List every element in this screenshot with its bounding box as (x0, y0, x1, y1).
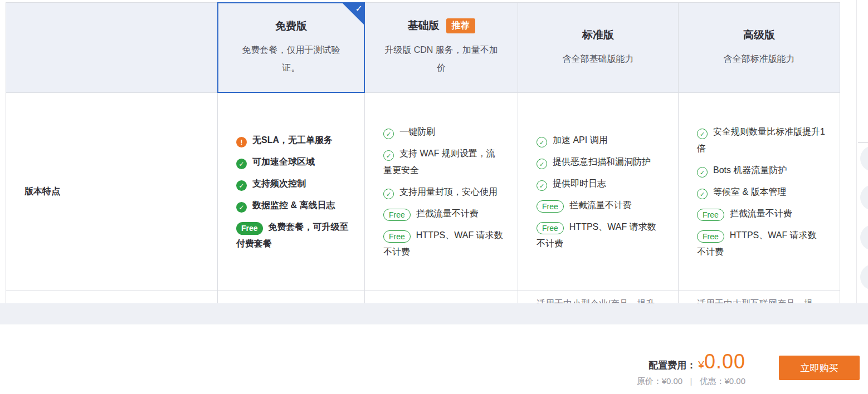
floating-action-button[interactable] (860, 225, 868, 250)
free-badge: Free (383, 230, 411, 243)
free-badge: Free (537, 222, 564, 234)
plan-features-standard: ✓加速 API 调用✓提供恶意扫描和漏洞防护✓提供即时日志Free拦截流量不计费… (518, 93, 679, 291)
check-outline-icon: ✓ (537, 159, 547, 169)
table-corner-cell (6, 3, 218, 93)
plan-name: 高级版 (743, 28, 775, 42)
feature-item: !无SLA，无工单服务 (236, 132, 350, 149)
section-separator-band (0, 303, 868, 324)
plan-name: 标准版 (582, 28, 614, 42)
row-label-features: 版本特点 (6, 93, 218, 291)
original-price: 原价：¥0.00 (637, 376, 683, 386)
feature-text: 提供即时日志 (553, 179, 606, 188)
feature-item: ✓等候室 & 版本管理 (697, 184, 825, 200)
free-badge: Free (697, 230, 724, 243)
feature-item: ✓支持频次控制 (236, 175, 350, 192)
plan-name: 免费版 (275, 19, 307, 33)
free-badge: Free (236, 222, 263, 235)
buy-now-button[interactable]: 立即购买 (779, 356, 860, 380)
free-badge: Free (383, 209, 411, 221)
recommended-badge: 推荐 (446, 18, 475, 33)
feature-text: 等候室 & 版本管理 (713, 187, 787, 196)
feature-item: ✓支持 WAF 规则设置，流量更安全 (383, 145, 503, 179)
feature-item: FreeHTTPS、WAF 请求数不计费 (537, 219, 664, 252)
plan-scenario-free (218, 291, 365, 304)
feature-text: 无SLA，无工单服务 (252, 135, 333, 145)
free-badge: Free (537, 200, 564, 213)
plan-description: 含全部标准版能力 (724, 50, 795, 68)
selected-corner-triangle: ✓ (342, 2, 365, 26)
feature-item: ✓提供即时日志 (537, 175, 664, 192)
check-icon: ✓ (236, 159, 247, 169)
config-fee-label: 配置费用： (648, 359, 696, 372)
floating-toolbar-divider (858, 142, 868, 143)
feature-item: FreeHTTPS、WAF 请求数不计费 (383, 227, 503, 260)
plan-name: 基础版 (408, 18, 440, 33)
feature-text: 安全规则数量比标准版提升1倍 (697, 127, 825, 153)
discount-amount: 优惠：¥0.00 (699, 376, 745, 386)
check-outline-icon: ✓ (697, 189, 708, 199)
feature-text: 支持频次控制 (252, 179, 306, 188)
check-icon: ✓ (355, 3, 363, 14)
feature-item: ✓安全规则数量比标准版提升1倍 (697, 124, 825, 157)
feature-item: ✓数据监控 & 离线日志 (236, 197, 350, 214)
feature-item: FreeHTTPS、WAF 请求数不计费 (697, 227, 825, 260)
floating-action-button[interactable] (860, 146, 868, 171)
plan-description: 升级版 CDN 服务，加量不加价 (381, 41, 502, 77)
feature-item: ✓可加速全球区域 (236, 154, 350, 170)
feature-item: Free拦截流量不计费 (697, 205, 825, 222)
plan-description: 免费套餐，仅用于测试验证。 (233, 41, 349, 77)
feature-item: Free拦截流量不计费 (383, 205, 503, 222)
plan-header-free[interactable]: ✓ 免费版 免费套餐，仅用于测试验证。 (218, 3, 365, 93)
floating-action-button[interactable] (860, 185, 868, 210)
feature-text: 支持用量封顶，安心使用 (399, 187, 498, 196)
plan-features-premium: ✓安全规则数量比标准版提升1倍✓Bots 机器流量防护✓等候室 & 版本管理Fr… (679, 93, 840, 291)
feature-text: 拦截流量不计费 (569, 200, 632, 210)
plan-scenario-basic (365, 291, 518, 304)
feature-text: 支持 WAF 规则设置，流量更安全 (383, 149, 495, 175)
check-outline-icon: ✓ (697, 167, 708, 178)
feature-item: ✓提供恶意扫描和漏洞防护 (537, 154, 664, 170)
feature-text: Bots 机器流量防护 (713, 165, 787, 175)
plan-comparison-table: ✓ 免费版 免费套餐，仅用于测试验证。 基础版 推荐 升级版 CDN 服务，加量… (6, 2, 840, 303)
check-outline-icon: ✓ (383, 150, 394, 161)
feature-text: 数据监控 & 离线日志 (252, 200, 335, 210)
price-summary: 配置费用： ¥ 0.00 原价：¥0.00 | 优惠：¥0.00 (637, 350, 745, 387)
plan-header-basic[interactable]: 基础版 推荐 升级版 CDN 服务，加量不加价 (365, 3, 518, 93)
feature-text: 拦截流量不计费 (416, 209, 479, 218)
feature-item: Free拦截流量不计费 (537, 197, 664, 214)
feature-item: ✓加速 API 调用 (537, 132, 664, 149)
feature-item: ✓一键防刷 (383, 124, 503, 140)
feature-text: 可加速全球区域 (252, 157, 315, 166)
feature-item: Free免费套餐，可升级至付费套餐 (236, 219, 350, 252)
feature-text: 拦截流量不计费 (730, 209, 792, 218)
plan-features-free: !无SLA，无工单服务✓可加速全球区域✓支持频次控制✓数据监控 & 离线日志Fr… (218, 93, 365, 291)
feature-item: ✓Bots 机器流量防护 (697, 162, 825, 179)
check-outline-icon: ✓ (383, 129, 394, 139)
plan-scenario-standard: 适用于中小型企业/产品，提升 (518, 291, 679, 304)
check-icon: ✓ (236, 180, 247, 191)
plan-description: 含全部基础版能力 (563, 50, 634, 68)
page-edge-divider (856, 0, 857, 303)
plan-features-basic: ✓一键防刷✓支持 WAF 规则设置，流量更安全✓支持用量封顶，安心使用Free拦… (365, 93, 518, 291)
plan-header-standard[interactable]: 标准版 含全部基础版能力 (518, 3, 679, 93)
plan-scenario-premium: 适用于中大型互联网产品，提 (679, 291, 840, 304)
price-separator: | (690, 376, 692, 386)
currency-symbol: ¥ (698, 359, 704, 371)
check-outline-icon: ✓ (383, 189, 394, 199)
floating-action-button[interactable] (860, 264, 868, 290)
check-outline-icon: ✓ (697, 129, 708, 139)
check-outline-icon: ✓ (537, 180, 547, 191)
free-badge: Free (697, 209, 724, 221)
feature-item: ✓支持用量封顶，安心使用 (383, 184, 503, 200)
warning-icon: ! (236, 137, 247, 147)
feature-text: 提供恶意扫描和漏洞防护 (553, 157, 651, 166)
config-fee-value: 0.00 (704, 350, 745, 373)
feature-text: 一键防刷 (399, 127, 435, 136)
feature-text: 加速 API 调用 (553, 135, 608, 145)
check-outline-icon: ✓ (537, 137, 547, 147)
plan-header-premium[interactable]: 高级版 含全部标准版能力 (679, 3, 840, 93)
row-scenario-label-cell (6, 291, 218, 304)
check-icon: ✓ (236, 202, 247, 213)
